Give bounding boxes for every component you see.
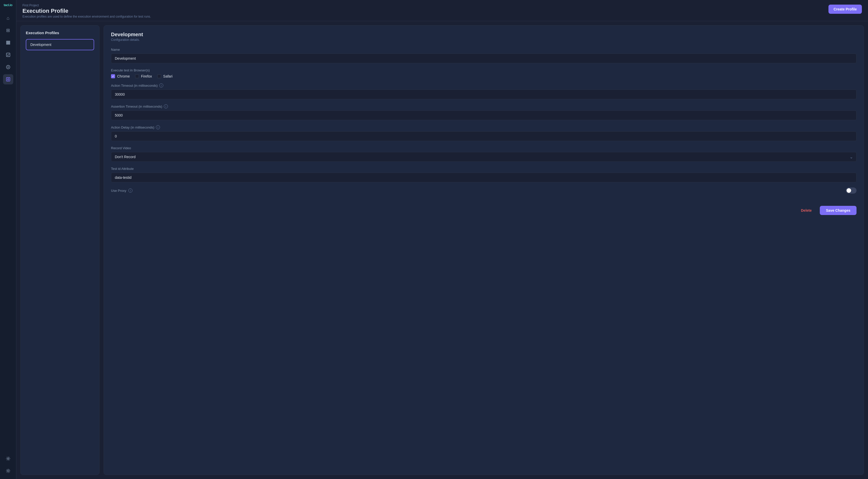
profile-item-development[interactable]: Development [26, 39, 94, 50]
use-proxy-label: Use Proxy [111, 189, 126, 193]
chrome-checkbox[interactable] [111, 74, 115, 78]
use-proxy-info-icon[interactable]: i [128, 189, 132, 193]
svg-marker-5 [8, 66, 9, 68]
config-subtitle: Configuration details. [111, 38, 857, 41]
topbar-left: First Project Execution Profile Executio… [23, 4, 151, 19]
config-title: Development [111, 32, 857, 37]
home-icon[interactable]: ⌂ [3, 13, 13, 23]
chrome-option[interactable]: Chrome [111, 74, 130, 78]
svg-point-9 [7, 470, 9, 472]
layers-icon[interactable] [3, 37, 13, 48]
create-profile-button[interactable]: Create Profile [829, 5, 862, 14]
action-timeout-info-icon[interactable]: i [159, 84, 163, 88]
test-id-label: Test id Attribute [111, 167, 857, 171]
record-video-label: Record Video [111, 146, 857, 150]
record-video-select-wrapper: Don't Record Record on Failure Always Re… [111, 152, 857, 162]
use-proxy-toggle[interactable] [846, 188, 857, 194]
assertion-timeout-label: Assertion Timeout (in milliseconds) i [111, 104, 857, 108]
assertion-timeout-info-icon[interactable]: i [164, 104, 168, 108]
config-panel: Development Configuration details. Name … [103, 25, 864, 475]
page-subtitle: Execution profiles are used to define th… [23, 15, 151, 19]
svg-rect-6 [6, 77, 10, 81]
profiles-panel-title: Execution Profiles [26, 31, 94, 35]
browser-options-row: Chrome Firefox Safari [111, 74, 857, 78]
breadcrumb: First Project [23, 4, 151, 7]
svg-rect-1 [6, 42, 10, 43]
assertion-timeout-input[interactable] [111, 110, 857, 120]
gear-icon[interactable] [3, 453, 13, 464]
record-video-select[interactable]: Don't Record Record on Failure Always Re… [111, 152, 857, 162]
sun-icon[interactable] [3, 466, 13, 476]
use-proxy-label-group: Use Proxy i [111, 189, 132, 193]
safari-checkbox[interactable] [157, 74, 161, 78]
sidebar: tacl.io ⌂ ⊞ [0, 0, 16, 479]
name-input[interactable] [111, 54, 857, 63]
test-id-input[interactable] [111, 173, 857, 182]
name-field-group: Name [111, 48, 857, 63]
firefox-checkbox[interactable] [135, 74, 139, 78]
svg-rect-0 [6, 41, 10, 42]
svg-point-8 [7, 458, 9, 459]
firefox-label: Firefox [141, 74, 152, 78]
use-proxy-field-group: Use Proxy i [111, 188, 857, 194]
delete-button[interactable]: Delete [797, 206, 816, 215]
topbar: First Project Execution Profile Executio… [16, 0, 868, 21]
page-title: Execution Profile [23, 8, 151, 14]
svg-line-15 [9, 472, 9, 472]
main-content: First Project Execution Profile Executio… [16, 0, 868, 479]
action-timeout-input[interactable] [111, 90, 857, 99]
svg-line-17 [9, 469, 9, 470]
browsers-field-group: Execute test in Browser(s) Chrome Firefo… [111, 68, 857, 78]
play-icon[interactable] [3, 62, 13, 72]
use-proxy-row: Use Proxy i [111, 188, 857, 194]
action-timeout-field-group: Action Timeout (in milliseconds) i [111, 84, 857, 99]
name-label: Name [111, 48, 857, 52]
chrome-label: Chrome [117, 74, 130, 78]
profiles-panel: Execution Profiles Development [21, 25, 99, 475]
browsers-label: Execute test in Browser(s) [111, 68, 857, 72]
safari-option[interactable]: Safari [157, 74, 173, 78]
check-square-icon[interactable] [3, 50, 13, 60]
action-delay-field-group: Action Delay (in milliseconds) i [111, 125, 857, 141]
firefox-option[interactable]: Firefox [135, 74, 152, 78]
svg-point-7 [7, 78, 9, 80]
svg-rect-2 [6, 43, 10, 44]
bottom-actions: Delete Save Changes [111, 202, 857, 215]
app-logo: tacl.io [4, 3, 12, 7]
content-area: Execution Profiles Development Developme… [16, 21, 868, 479]
safari-label: Safari [163, 74, 173, 78]
action-delay-info-icon[interactable]: i [156, 125, 160, 129]
action-delay-label: Action Delay (in milliseconds) i [111, 125, 857, 129]
settings-icon[interactable] [3, 74, 13, 85]
grid-icon[interactable]: ⊞ [3, 25, 13, 35]
test-id-field-group: Test id Attribute [111, 167, 857, 182]
save-changes-button[interactable]: Save Changes [820, 206, 857, 215]
action-delay-input[interactable] [111, 131, 857, 141]
assertion-timeout-field-group: Assertion Timeout (in milliseconds) i [111, 104, 857, 120]
record-video-field-group: Record Video Don't Record Record on Fail… [111, 146, 857, 162]
action-timeout-label: Action Timeout (in milliseconds) i [111, 84, 857, 88]
